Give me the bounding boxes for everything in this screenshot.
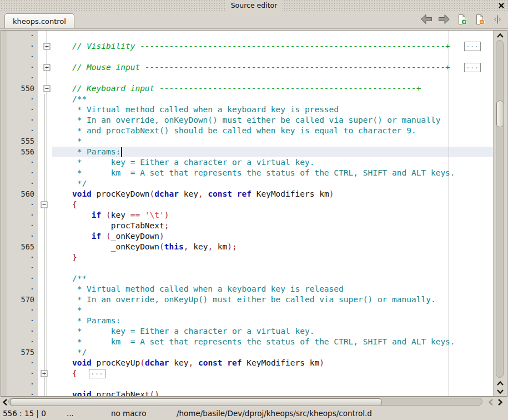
- line-number[interactable]: ·: [7, 115, 38, 126]
- code-text[interactable]: [52, 379, 493, 389]
- line-number[interactable]: ·: [7, 52, 38, 62]
- vertical-scroll-thumb[interactable]: [496, 101, 504, 127]
- fold-toggle[interactable]: [38, 62, 52, 73]
- code-text[interactable]: // Visibility --------------------------…: [52, 41, 493, 52]
- vertical-scrollbar[interactable]: [493, 31, 507, 396]
- line-number[interactable]: ·: [7, 337, 38, 347]
- code-text[interactable]: * key = Either a character or a virtual …: [52, 157, 493, 168]
- marker-margin[interactable]: [1, 326, 7, 337]
- line-number[interactable]: 555: [7, 136, 38, 147]
- marker-margin[interactable]: [1, 252, 7, 263]
- marker-margin[interactable]: [1, 242, 7, 252]
- line-number[interactable]: ·: [7, 263, 38, 273]
- marker-margin[interactable]: [1, 126, 7, 136]
- code-text[interactable]: void procTabNext(): [52, 389, 493, 396]
- line-number[interactable]: ·: [7, 73, 38, 83]
- horizontal-scrollbar[interactable]: [0, 397, 508, 407]
- line-number[interactable]: ·: [7, 168, 38, 178]
- code-text[interactable]: * Virtual method called when a keyboard …: [52, 284, 493, 294]
- code-text[interactable]: * km = A set that represents the status …: [52, 168, 493, 178]
- fold-toggle[interactable]: [38, 83, 52, 94]
- line-number[interactable]: ·: [7, 379, 38, 389]
- code-text[interactable]: // Mouse input -------------------------…: [52, 62, 493, 73]
- marker-margin[interactable]: [1, 104, 7, 115]
- code-text[interactable]: [52, 31, 493, 41]
- marker-margin[interactable]: [1, 221, 7, 231]
- code-text[interactable]: * In an override, onKeyDown() must eithe…: [52, 115, 493, 126]
- line-number[interactable]: ·: [7, 41, 38, 52]
- code-text[interactable]: * In an override, onKeyUp() must either …: [52, 294, 493, 305]
- split-view-button[interactable]: [491, 14, 504, 27]
- marker-margin[interactable]: [1, 263, 7, 273]
- marker-margin[interactable]: [1, 31, 7, 41]
- code-text[interactable]: void procKeyDown(dchar key, const ref Ke…: [52, 189, 493, 199]
- marker-margin[interactable]: [1, 389, 7, 396]
- marker-margin[interactable]: [1, 147, 7, 157]
- line-number[interactable]: ·: [7, 157, 38, 168]
- line-number[interactable]: 560: [7, 189, 38, 199]
- scroll-up-button-2[interactable]: [494, 379, 507, 387]
- marker-margin[interactable]: [1, 305, 7, 316]
- code-area[interactable]: ·· // Visibility -----------------------…: [1, 31, 493, 396]
- marker-margin[interactable]: [1, 210, 7, 221]
- vertical-scroll-track[interactable]: [496, 40, 504, 378]
- code-text[interactable]: * Virtual method called when a keyboard …: [52, 104, 493, 115]
- fold-toggle[interactable]: [38, 199, 52, 210]
- line-number[interactable]: ·: [7, 126, 38, 136]
- marker-margin[interactable]: [1, 52, 7, 62]
- line-number[interactable]: 570: [7, 294, 38, 305]
- code-text[interactable]: * Params:: [52, 316, 493, 326]
- line-number[interactable]: 550: [7, 83, 38, 94]
- marker-margin[interactable]: [1, 231, 7, 242]
- marker-margin[interactable]: [1, 273, 7, 284]
- line-number[interactable]: ·: [7, 284, 38, 294]
- code-text[interactable]: [52, 263, 493, 273]
- code-text[interactable]: */: [52, 347, 493, 358]
- marker-margin[interactable]: [1, 62, 7, 73]
- code-text[interactable]: *: [52, 305, 493, 316]
- code-text[interactable]: _onKeyDown(this, key, km);: [52, 242, 493, 252]
- scroll-down-button[interactable]: [494, 387, 507, 396]
- marker-margin[interactable]: [1, 199, 7, 210]
- code-text[interactable]: void procKeyUp(dchar key, const ref KeyM…: [52, 358, 493, 368]
- marker-margin[interactable]: [1, 294, 7, 305]
- scroll-left-button-2[interactable]: [486, 397, 495, 407]
- code-text[interactable]: {: [52, 199, 493, 210]
- marker-margin[interactable]: [1, 379, 7, 389]
- line-number[interactable]: ·: [7, 178, 38, 189]
- line-number[interactable]: ·: [7, 221, 38, 231]
- navigate-back-button[interactable]: [420, 14, 432, 27]
- marker-margin[interactable]: [1, 41, 7, 52]
- marker-margin[interactable]: [1, 284, 7, 294]
- code-text[interactable]: * key = Either a character or a virtual …: [52, 326, 493, 337]
- line-number[interactable]: ·: [7, 62, 38, 73]
- marker-margin[interactable]: [1, 168, 7, 178]
- fold-toggle[interactable]: [38, 41, 52, 52]
- line-number[interactable]: ·: [7, 231, 38, 242]
- line-number[interactable]: 575: [7, 347, 38, 358]
- marker-margin[interactable]: [1, 316, 7, 326]
- code-text[interactable]: // Keyboard input ----------------------…: [52, 83, 493, 94]
- code-text[interactable]: *: [52, 136, 493, 147]
- navigate-forward-button[interactable]: [437, 14, 450, 27]
- marker-margin[interactable]: [1, 157, 7, 168]
- marker-margin[interactable]: [1, 358, 7, 368]
- line-number[interactable]: 556: [7, 147, 38, 157]
- code-text[interactable]: * Params:: [52, 147, 493, 157]
- marker-margin[interactable]: [1, 73, 7, 83]
- code-text[interactable]: [52, 52, 493, 62]
- titlebar[interactable]: Source editor: [0, 0, 508, 11]
- marker-margin[interactable]: [1, 189, 7, 199]
- close-window-button[interactable]: [497, 2, 505, 10]
- marker-margin[interactable]: [1, 347, 7, 358]
- line-number[interactable]: 565: [7, 242, 38, 252]
- line-number[interactable]: ·: [7, 252, 38, 263]
- line-number[interactable]: ·: [7, 104, 38, 115]
- code-text[interactable]: if (key == '\t'): [52, 210, 493, 221]
- tab-kheops-control[interactable]: kheops.control: [4, 13, 74, 28]
- scroll-right-button[interactable]: [496, 397, 504, 407]
- code-text[interactable]: /**: [52, 273, 493, 284]
- line-number[interactable]: ·: [7, 316, 38, 326]
- fold-toggle[interactable]: [38, 368, 52, 379]
- line-number[interactable]: ·: [7, 210, 38, 221]
